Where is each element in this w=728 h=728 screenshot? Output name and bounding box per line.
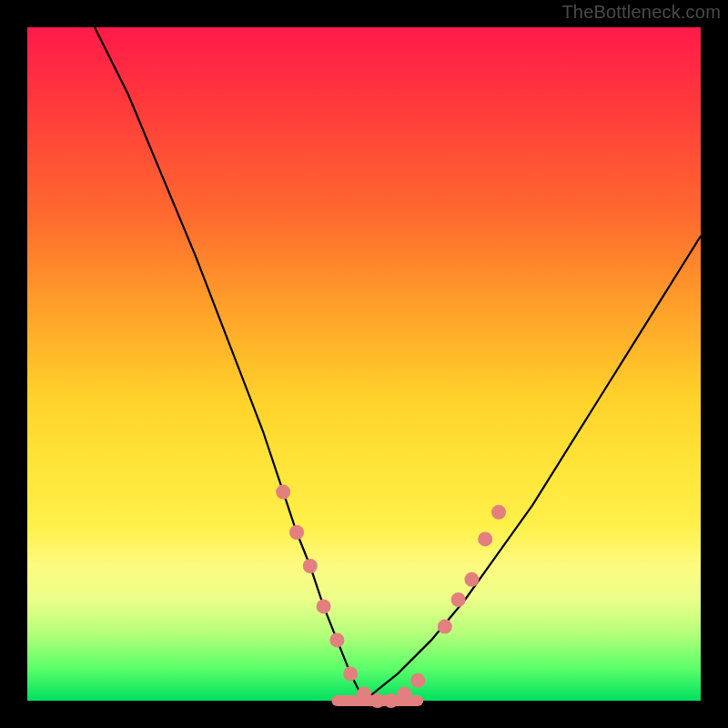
highlight-point — [357, 687, 371, 702]
highlight-point — [343, 666, 358, 681]
highlight-point — [438, 620, 452, 634]
highlight-point — [276, 485, 290, 500]
highlight-markers — [276, 485, 506, 708]
watermark-text: TheBottleneck.com — [561, 2, 721, 23]
highlight-point — [491, 505, 506, 520]
highlight-point — [410, 673, 425, 688]
highlight-point — [303, 559, 318, 573]
highlight-point — [329, 632, 344, 647]
chart-frame: TheBottleneck.com — [0, 0, 728, 728]
highlight-point — [289, 525, 304, 540]
highlight-point — [478, 531, 492, 546]
plot-area — [27, 27, 701, 701]
highlight-point — [397, 687, 411, 702]
highlight-point — [370, 693, 385, 708]
chart-svg — [27, 27, 701, 701]
right-curve-path — [364, 236, 701, 701]
highlight-point — [451, 592, 466, 607]
highlight-point — [464, 572, 479, 587]
highlight-point — [384, 693, 399, 708]
highlight-point — [317, 599, 331, 613]
